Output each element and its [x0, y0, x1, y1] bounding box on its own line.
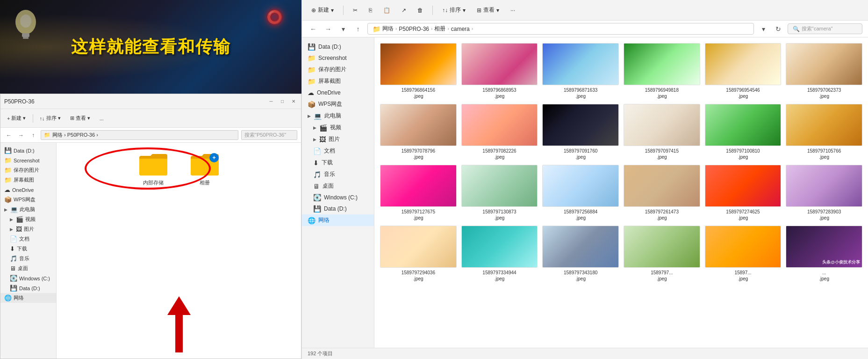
- right-sidebar-desktop[interactable]: 🖥 桌面: [302, 180, 374, 192]
- right-new-button[interactable]: ⊕ 新建 ▾: [308, 4, 337, 16]
- right-up-button[interactable]: ↑: [352, 23, 364, 35]
- sidebar-item-music[interactable]: 🎵 音乐: [0, 254, 56, 264]
- path-album: 相册: [434, 25, 445, 33]
- right-sidebar-saved[interactable]: 📁 保存的图片: [302, 64, 374, 75]
- right-address-path[interactable]: 📁 网络 › P50PRO-36 › 相册 › camera ›: [367, 23, 754, 35]
- right-back-button[interactable]: ←: [308, 23, 319, 35]
- close-button[interactable]: ✕: [290, 98, 297, 105]
- paste-button[interactable]: 📋: [380, 5, 394, 15]
- right-windows-drive-icon: 💽: [313, 194, 321, 201]
- back-button[interactable]: ←: [4, 131, 14, 140]
- right-sidebar-windows-c-label: Windows (C:): [324, 194, 358, 201]
- sidebar-item-data-d2[interactable]: 💾 Data (D:): [0, 283, 56, 293]
- sidebar-item-windows-c[interactable]: 💽 Windows (C:): [0, 273, 56, 283]
- minimize-button[interactable]: ─: [267, 98, 275, 105]
- image-item-17[interactable]: 1589797274625.jpeg: [705, 165, 782, 221]
- right-sidebar-wps[interactable]: 📦 WPS网盘: [302, 98, 374, 110]
- right-sidebar-data-d2[interactable]: 💾 Data (D:): [302, 203, 374, 214]
- image-item-24[interactable]: 头条@小俊技术分享 ....jpeg: [786, 226, 862, 282]
- up-button[interactable]: ↑: [29, 131, 38, 140]
- image-thumb-1: [380, 43, 457, 85]
- image-item-7[interactable]: 1589797078796.jpeg: [380, 104, 457, 160]
- image-item-10[interactable]: 1589797097415.jpeg: [624, 104, 700, 160]
- image-item-1[interactable]: 1589796864156.jpeg: [380, 43, 457, 99]
- image-item-18[interactable]: 1589797283903.jpeg: [786, 165, 862, 221]
- image-item-21[interactable]: 1589797343180.jpeg: [542, 226, 619, 282]
- expand-icon-video: ▶: [10, 217, 13, 222]
- copy-button[interactable]: ⎘: [365, 5, 376, 15]
- folder-album[interactable]: + 相册: [186, 152, 223, 186]
- more-button[interactable]: ...: [97, 114, 107, 123]
- folder-label-internal: 内部存储: [143, 179, 164, 186]
- sidebar-item-desktop[interactable]: 🖥 桌面: [0, 264, 56, 273]
- image-item-23[interactable]: 15897....jpeg: [705, 226, 782, 282]
- image-item-3[interactable]: 1589796871633.jpeg: [542, 43, 619, 99]
- right-sidebar-downloads[interactable]: ⬇ 下载: [302, 157, 374, 169]
- sidebar-item-screenshots[interactable]: 📁 屏幕截图: [0, 175, 56, 185]
- sidebar-item-data-d[interactable]: 💾 Data (D:): [0, 146, 56, 155]
- folder-internal-storage[interactable]: 内部存储: [135, 152, 172, 186]
- image-item-15[interactable]: 1589797256884.jpeg: [542, 165, 619, 221]
- view-button-right[interactable]: ⊞ 查看 ▾: [473, 4, 503, 16]
- right-search-input[interactable]: 🔍 搜索"camera": [788, 23, 862, 34]
- refresh-button[interactable]: ↻: [773, 23, 784, 35]
- image-item-12[interactable]: 1589797105766.jpeg: [786, 104, 862, 160]
- view-button[interactable]: ⊞ 查看 ▾: [67, 113, 93, 123]
- right-sidebar-this-pc[interactable]: ▶ 💻 此电脑: [302, 110, 374, 122]
- explorer-titlebar: P50PRO-36 ─ □ ✕: [0, 94, 301, 109]
- pictures-icon: 🖼: [16, 226, 22, 233]
- image-item-11[interactable]: 1589797100810.jpeg: [705, 104, 782, 160]
- sidebar-item-this-pc[interactable]: ▶ 💻 此电脑: [0, 205, 56, 214]
- image-item-8[interactable]: 1589797082226.jpeg: [461, 104, 538, 160]
- right-sidebar-screenshot[interactable]: 📁 Screenshot: [302, 52, 374, 64]
- right-forward-button[interactable]: →: [323, 23, 334, 35]
- right-sidebar-music[interactable]: 🎵 音乐: [302, 169, 374, 180]
- forward-button[interactable]: →: [16, 131, 26, 140]
- sidebar-item-saved-images[interactable]: 📁 保存的图片: [0, 165, 56, 175]
- sidebar-item-video[interactable]: ▶ 🎬 视频: [0, 214, 56, 224]
- new-button[interactable]: + 新建 ▾: [4, 113, 29, 123]
- delete-button[interactable]: 🗑: [414, 5, 427, 15]
- right-dropdown-button[interactable]: ▾: [337, 23, 349, 35]
- share-button[interactable]: ↗: [398, 5, 410, 15]
- cut-button[interactable]: ✂: [349, 5, 361, 15]
- image-filename-21: 1589797343180.jpeg: [564, 270, 597, 282]
- sort-button[interactable]: ↑↓ 排序 ▾: [37, 113, 64, 123]
- image-item-5[interactable]: 1589796954546.jpeg: [705, 43, 782, 99]
- right-sidebar-screenshots2[interactable]: 📁 屏幕截图: [302, 75, 374, 87]
- right-dropdown-path-btn[interactable]: ▾: [758, 23, 769, 35]
- right-folder-icon-2: 📁: [308, 66, 316, 73]
- image-item-14[interactable]: 1589797130873.jpeg: [461, 165, 538, 221]
- image-thumb-12: [786, 104, 862, 146]
- sidebar-item-downloads[interactable]: ⬇ 下载: [0, 244, 56, 254]
- image-item-16[interactable]: 1589797261473.jpeg: [624, 165, 700, 221]
- sidebar-item-documents[interactable]: 📄 文档: [0, 234, 56, 244]
- sidebar-item-wps[interactable]: 📦 WPS网盘: [0, 195, 56, 205]
- maximize-button[interactable]: □: [279, 98, 286, 105]
- image-thumb-4: [624, 43, 700, 85]
- right-sidebar-network[interactable]: 🌐 网络: [302, 214, 374, 226]
- image-item-19[interactable]: 1589797294036.jpeg: [380, 226, 457, 282]
- left-search-input[interactable]: 搜索"P50PRO-36": [241, 130, 297, 140]
- more-options-button[interactable]: ···: [507, 5, 519, 15]
- right-sidebar-docs[interactable]: 📄 文档: [302, 145, 374, 157]
- right-sidebar-data-d[interactable]: 💾 Data (D:): [302, 41, 374, 52]
- image-item-22[interactable]: 1589797....jpeg: [624, 226, 700, 282]
- sidebar-item-network[interactable]: 🌐 网络: [0, 293, 56, 303]
- image-item-4[interactable]: 1589796949818.jpeg: [624, 43, 700, 99]
- right-sidebar-video[interactable]: ▶ 🎬 视频: [302, 122, 374, 133]
- image-item-2[interactable]: 1589796868953.jpeg: [461, 43, 538, 99]
- address-path[interactable]: 📁 网络 › P50PRO-36 ›: [41, 130, 238, 140]
- image-item-9[interactable]: 1589797091760.jpeg: [542, 104, 619, 160]
- separator-2: [432, 6, 433, 15]
- sidebar-item-pictures[interactable]: ▶ 🖼 图片: [0, 224, 56, 234]
- sidebar-item-onedrive[interactable]: ☁ OneDrive: [0, 185, 56, 195]
- image-item-6[interactable]: 1589797062373.jpeg: [786, 43, 862, 99]
- sort-button[interactable]: ↑↓ 排序 ▾: [438, 4, 469, 16]
- right-sidebar-onedrive[interactable]: ☁ OneDrive: [302, 87, 374, 98]
- image-item-13[interactable]: 1589797127675.jpeg: [380, 165, 457, 221]
- sidebar-item-screenshot[interactable]: 📁 Screenshot: [0, 155, 56, 165]
- right-sidebar-windows-c[interactable]: 💽 Windows (C:): [302, 192, 374, 203]
- image-item-20[interactable]: 1589797334944.jpeg: [461, 226, 538, 282]
- right-sidebar-pictures[interactable]: ▶ 🖼 图片: [302, 133, 374, 145]
